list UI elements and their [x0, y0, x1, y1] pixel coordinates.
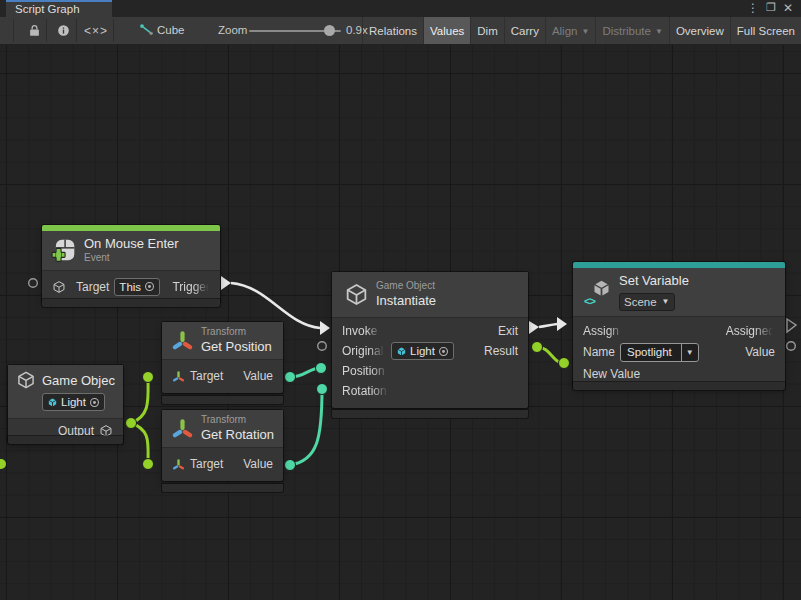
- port-setvariable-value[interactable]: [787, 342, 796, 351]
- carry-button[interactable]: Carry: [504, 17, 545, 44]
- rotation-label: Rotation: [342, 384, 390, 398]
- lock-button[interactable]: [22, 17, 46, 44]
- port-getrotation-target[interactable]: [143, 459, 154, 470]
- node-header: <> Set Variable Scene ▼: [573, 268, 785, 317]
- node-title: Game Object: [42, 373, 115, 388]
- light-object-chip[interactable]: Light: [42, 393, 105, 411]
- node-title: On Mouse Enter: [84, 236, 179, 252]
- unity-object-icon: [396, 346, 407, 357]
- node-game-object-literal[interactable]: Game Object Light Output: [8, 365, 123, 443]
- variable-name-dropdown[interactable]: Spotlight ▼: [620, 343, 699, 362]
- node-header: Game Object Instantiate: [332, 272, 528, 318]
- value-label: Value: [243, 457, 273, 471]
- target-label: Target: [190, 369, 223, 383]
- toolbar-separator: [46, 19, 47, 42]
- toolbar-separator: [76, 19, 77, 42]
- relations-button[interactable]: Relations: [362, 17, 423, 44]
- node-footer: [162, 396, 283, 404]
- distribute-button[interactable]: Distribute▼: [595, 17, 669, 44]
- graph-asset-icon: [138, 17, 154, 44]
- code-icon: <×>: [84, 24, 108, 38]
- port-offscreen[interactable]: [0, 459, 6, 469]
- node-title: Get Rotation: [201, 427, 274, 443]
- port-trigger-output[interactable]: [221, 276, 231, 290]
- cube-icon: [16, 370, 36, 390]
- port-onmouseenter-target[interactable]: [29, 279, 38, 288]
- cube-icon: [344, 282, 369, 307]
- graph-name-label: Cube: [157, 24, 185, 36]
- window-maximize-icon[interactable]: ❐: [763, 1, 779, 14]
- variable-scope-dropdown[interactable]: Scene ▼: [619, 293, 675, 311]
- port-getposition-value[interactable]: [285, 372, 296, 383]
- node-category: Transform: [201, 326, 272, 339]
- object-picker-icon: [89, 397, 100, 408]
- cube-icon: [52, 280, 66, 294]
- window-menu-icon[interactable]: ⋮: [745, 1, 761, 15]
- node-set-variable[interactable]: <> Set Variable Scene ▼ Assign Assigned: [573, 262, 785, 388]
- info-button[interactable]: [51, 17, 75, 44]
- tab-title: Script Graph: [15, 3, 80, 15]
- port-row: Target Value: [162, 360, 283, 393]
- port-instantiate-position[interactable]: [316, 363, 327, 374]
- values-button[interactable]: Values: [423, 17, 470, 44]
- port-row: Rotation: [332, 381, 528, 401]
- port-setvariable-newvalue[interactable]: [559, 358, 570, 369]
- node-header: Game Object Light: [8, 365, 123, 419]
- unity-variable-icon: <>: [584, 278, 612, 306]
- node-footer: [573, 382, 785, 390]
- port-instantiate-original[interactable]: [318, 342, 327, 351]
- this-object-chip[interactable]: This: [114, 278, 160, 296]
- transform-icon: [171, 329, 194, 352]
- port-instantiate-result[interactable]: [532, 342, 543, 353]
- node-header: On Mouse Enter Event: [42, 231, 220, 271]
- new-value-label: New Value: [583, 367, 640, 381]
- port-row: Target This Trigger: [42, 271, 220, 303]
- transform-icon: [171, 417, 194, 440]
- node-on-mouse-enter[interactable]: On Mouse Enter Event Target This Trigger: [42, 225, 220, 303]
- node-title: Get Position: [201, 339, 272, 355]
- node-instantiate[interactable]: Game Object Instantiate Invoke Exit Orig…: [332, 272, 528, 408]
- node-footer: [8, 436, 123, 444]
- dim-button[interactable]: Dim: [470, 17, 503, 44]
- port-invoke-input[interactable]: [320, 321, 330, 335]
- node-title: Instantiate: [376, 293, 436, 309]
- chevron-down-icon: ▼: [662, 297, 670, 307]
- trigger-label: Trigger: [168, 280, 210, 294]
- invoke-label: Invoke: [342, 324, 382, 338]
- lock-icon: [27, 23, 42, 38]
- node-title: Set Variable: [619, 273, 689, 289]
- code-view-button[interactable]: <×>: [80, 17, 112, 44]
- chevron-down-icon: ▼: [655, 27, 663, 36]
- transform-icon: [172, 458, 185, 471]
- port-row: Invoke Exit: [332, 321, 528, 341]
- port-getrotation-value[interactable]: [285, 460, 296, 471]
- port-setvariable-assigned[interactable]: [787, 319, 796, 332]
- align-button[interactable]: Align▼: [545, 17, 596, 44]
- toolbar-separator: [13, 19, 14, 42]
- transform-icon: [172, 370, 185, 383]
- object-picker-icon: [144, 281, 155, 292]
- toolbar-separator: [113, 19, 114, 42]
- port-row: Position: [332, 361, 528, 381]
- node-footer: [162, 484, 283, 492]
- port-instantiate-rotation[interactable]: [317, 384, 328, 395]
- node-get-rotation[interactable]: Transform Get Rotation Target Value: [162, 410, 283, 481]
- chevron-down-icon: ▼: [581, 27, 589, 36]
- port-assign-input[interactable]: [557, 317, 567, 331]
- node-get-position[interactable]: Transform Get Position Target Value: [162, 322, 283, 393]
- mouse-event-icon: [51, 237, 77, 263]
- overview-button[interactable]: Overview: [669, 17, 730, 44]
- tab-script-graph[interactable]: Script Graph: [6, 0, 112, 17]
- zoom-label: Zoom: [218, 24, 247, 36]
- unity-object-icon: [47, 397, 58, 408]
- port-gameobject-output[interactable]: [126, 418, 137, 429]
- node-header: Transform Get Rotation: [162, 410, 283, 448]
- window-close-icon[interactable]: ✕: [780, 1, 796, 15]
- zoom-slider-handle[interactable]: [324, 25, 335, 36]
- light-object-chip[interactable]: Light: [391, 342, 454, 360]
- graph-canvas[interactable]: On Mouse Enter Event Target This Trigger: [0, 45, 801, 600]
- tab-bar: Script Graph ⋮ ❐ ✕: [0, 0, 801, 17]
- port-getposition-target[interactable]: [143, 372, 154, 383]
- port-exit-output[interactable]: [529, 321, 539, 334]
- full-screen-button[interactable]: Full Screen: [730, 17, 801, 44]
